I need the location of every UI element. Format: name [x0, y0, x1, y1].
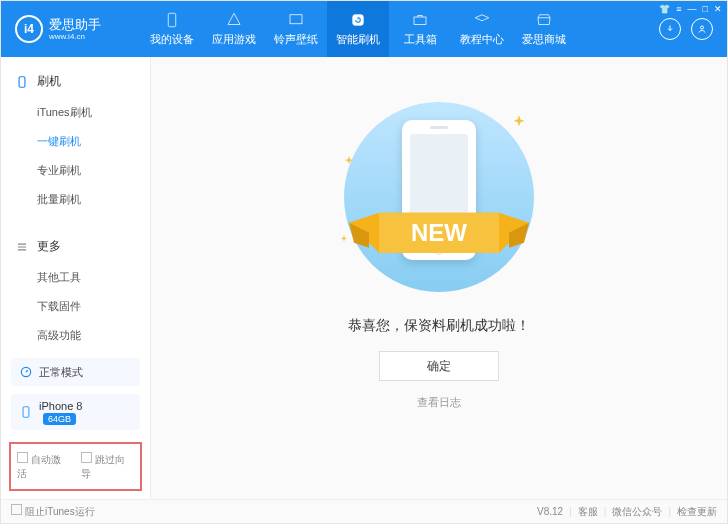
wechat-link[interactable]: 微信公众号 [612, 505, 662, 519]
sidebar: 刷机 iTunes刷机 一键刷机 专业刷机 批量刷机 更多 其他工具 下载固件 … [1, 57, 151, 499]
tab-label: 爱思商城 [522, 32, 566, 47]
tab-tutorials[interactable]: 教程中心 [451, 1, 513, 57]
view-log-link[interactable]: 查看日志 [417, 395, 461, 410]
footer: 阻止iTunes运行 V8.12 | 客服 | 微信公众号 | 检查更新 [1, 499, 727, 523]
sidebar-item-itunes[interactable]: iTunes刷机 [1, 98, 150, 127]
user-icon[interactable] [691, 18, 713, 40]
sidebar-head-more[interactable]: 更多 [1, 230, 150, 263]
support-link[interactable]: 客服 [578, 505, 598, 519]
tab-label: 教程中心 [460, 32, 504, 47]
svg-rect-1 [290, 15, 302, 24]
tab-apps[interactable]: 应用游戏 [203, 1, 265, 57]
app-header: 👕 ≡ — □ ✕ i4 爱思助手 www.i4.cn 我的设备 应用游戏 [1, 1, 727, 57]
block-itunes-checkbox[interactable]: 阻止iTunes运行 [11, 504, 95, 519]
hero-illustration: NEW [304, 97, 574, 297]
dial-icon [19, 365, 33, 379]
sidebar-head-label: 刷机 [37, 73, 61, 90]
version-label: V8.12 [537, 506, 563, 517]
tab-store[interactable]: 爱思商城 [513, 1, 575, 57]
main-content: NEW 恭喜您，保资料刷机成功啦！ 确定 查看日志 [151, 57, 727, 499]
graduation-icon [473, 11, 491, 29]
skip-wizard-checkbox[interactable]: 跳过向导 [81, 452, 135, 481]
tab-label: 铃声壁纸 [274, 32, 318, 47]
ok-button[interactable]: 确定 [379, 351, 499, 381]
phone-icon [163, 11, 181, 29]
tab-label: 工具箱 [404, 32, 437, 47]
svg-text:NEW: NEW [411, 219, 467, 246]
sidebar-item-advanced[interactable]: 高级功能 [1, 321, 150, 350]
maximize-icon[interactable]: □ [703, 4, 708, 14]
tab-flash[interactable]: 智能刷机 [327, 1, 389, 57]
phone-icon [19, 403, 33, 421]
sidebar-head-label: 更多 [37, 238, 61, 255]
update-link[interactable]: 检查更新 [677, 505, 717, 519]
tab-toolbox[interactable]: 工具箱 [389, 1, 451, 57]
sidebar-item-batch[interactable]: 批量刷机 [1, 185, 150, 214]
logo: i4 爱思助手 www.i4.cn [1, 15, 141, 43]
wardrobe-icon[interactable]: 👕 [659, 4, 670, 14]
mode-pill[interactable]: 正常模式 [11, 358, 140, 386]
sidebar-item-pro[interactable]: 专业刷机 [1, 156, 150, 185]
app-name: 爱思助手 [49, 17, 101, 33]
app-url: www.i4.cn [49, 32, 101, 41]
svg-rect-7 [23, 407, 29, 418]
tab-label: 应用游戏 [212, 32, 256, 47]
sparkle-icon [512, 115, 526, 129]
sidebar-item-other[interactable]: 其他工具 [1, 263, 150, 292]
sparkle-icon [344, 152, 354, 162]
refresh-icon [349, 11, 367, 29]
auto-options-row: 自动激活 跳过向导 [9, 442, 142, 491]
window-controls: 👕 ≡ — □ ✕ [659, 4, 722, 14]
sidebar-item-oneclick[interactable]: 一键刷机 [1, 127, 150, 156]
header-right-icons [659, 18, 727, 40]
tab-ringtones[interactable]: 铃声壁纸 [265, 1, 327, 57]
briefcase-icon [411, 11, 429, 29]
phone-icon [15, 75, 29, 89]
ribbon-new: NEW [339, 193, 539, 277]
storage-badge: 64GB [43, 413, 76, 425]
download-icon[interactable] [659, 18, 681, 40]
image-icon [287, 11, 305, 29]
logo-icon: i4 [15, 15, 43, 43]
checkbox-label: 阻止iTunes运行 [25, 506, 95, 517]
sidebar-head-flash[interactable]: 刷机 [1, 65, 150, 98]
tab-label: 智能刷机 [336, 32, 380, 47]
svg-rect-3 [414, 17, 426, 25]
close-icon[interactable]: ✕ [714, 4, 722, 14]
device-name: iPhone 8 [39, 400, 82, 412]
sidebar-item-download[interactable]: 下载固件 [1, 292, 150, 321]
svg-rect-2 [353, 15, 364, 26]
top-tabs: 我的设备 应用游戏 铃声壁纸 智能刷机 工具箱 教程中心 [141, 1, 659, 57]
menu-icon[interactable]: ≡ [676, 4, 681, 14]
store-icon [535, 11, 553, 29]
svg-rect-0 [168, 13, 176, 27]
mode-label: 正常模式 [39, 365, 83, 380]
success-message: 恭喜您，保资料刷机成功啦！ [348, 317, 530, 335]
svg-point-4 [701, 26, 704, 29]
minimize-icon[interactable]: — [688, 4, 697, 14]
tab-my-device[interactable]: 我的设备 [141, 1, 203, 57]
device-pill[interactable]: iPhone 8 64GB [11, 394, 140, 430]
auto-activate-checkbox[interactable]: 自动激活 [17, 452, 71, 481]
list-icon [15, 240, 29, 254]
tab-label: 我的设备 [150, 32, 194, 47]
appstore-icon [225, 11, 243, 29]
svg-rect-5 [19, 76, 25, 87]
